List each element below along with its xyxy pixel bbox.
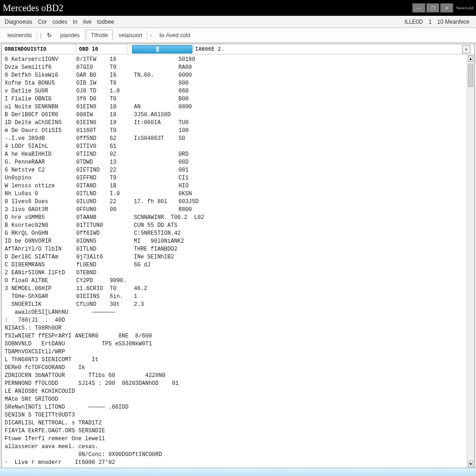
cell: T9 <box>110 174 134 182</box>
scroll-up-icon[interactable]: ▲ <box>468 55 473 62</box>
table-row[interactable]: Xofne 5ta BONU5OIB IWT8800 <box>5 79 474 87</box>
cell: 0800 <box>178 103 212 111</box>
cell: ID be O8NVORIR <box>5 238 76 245</box>
cell: v Datlie SU0R <box>5 87 76 95</box>
footer-line: Ftuwe Iferfl remeer One lewell <box>5 435 474 443</box>
table-row[interactable]: C DI8ERMRANSfL0END6G dJ <box>5 261 474 269</box>
cell: 0TAANB <box>76 214 110 222</box>
scroll-thumb[interactable] <box>468 64 473 87</box>
table-row[interactable]: ID be O8NVORIR0IDNNSMI 90l0NiANK2 <box>5 238 474 245</box>
cell: C DI8ERMRANS <box>5 261 76 269</box>
table-row[interactable]: D hre sSMMB50TAANBSCNNAWINR. T06.2 L02 <box>5 214 474 222</box>
table-row[interactable]: 6 Netstve C20IETIND22081 <box>5 166 474 174</box>
table-row[interactable]: SNOERILIKCfLUND30t2.3 <box>5 301 474 309</box>
tab-throttle[interactable]: Tlfrotle <box>86 30 113 41</box>
table-row[interactable]: 3 livo 0A0t3R0FFUN000R800 <box>5 206 474 214</box>
cell: 081 <box>178 166 212 174</box>
cell <box>178 143 212 151</box>
vertical-scrollbar[interactable]: ▲ ▼ <box>467 54 474 468</box>
cell: S0180 <box>178 56 212 64</box>
cell: 08D <box>178 159 212 166</box>
cell: 0ITLND <box>76 245 110 253</box>
footer-line: SOBNVNLD ErtDANU TPS eSSJ0NkW0T1 <box>5 340 474 348</box>
table-row[interactable]: 2 EANirSIONK IlFtDOTEBND <box>5 269 474 277</box>
cell: INe SEINhIB2 <box>134 253 178 261</box>
cell: RA60 <box>178 64 212 72</box>
cell: 6 Netstve C2 <box>5 166 76 174</box>
tab-lesinerstic[interactable]: lesinerstic <box>3 30 37 40</box>
cell: AN <box>134 103 178 111</box>
cell: 07GI0 <box>76 64 110 72</box>
table-row[interactable]: G. PenneRAAR0TDWD1308D <box>5 159 474 166</box>
footer-line: FIAYIA EkRfE.OAGT.ORS SERSNDIE <box>5 427 474 435</box>
tab-piandes[interactable]: piandes <box>55 30 85 40</box>
table-row[interactable]: 3 NEMOEL.06HIP11.6CRIOT046.2 <box>5 285 474 293</box>
status-mean: 10 Meanfece <box>437 19 469 25</box>
tab-velaisoor[interactable]: velaisoorl <box>114 30 147 40</box>
table-row[interactable]: 0 Ilves6 Does0ILUND2217. fh 80l603J5D <box>5 198 474 206</box>
table-row[interactable]: T0He-ShXGAR0IEIINS6in.1 <box>5 293 474 301</box>
table-row[interactable]: ol Nolte SENKNBN01EIN010AN0800 <box>5 103 474 111</box>
cell: T0 <box>110 127 134 135</box>
refresh-icon[interactable]: ↻ <box>44 32 54 39</box>
table-row[interactable]: O floaO AlTBECY2PD9090. <box>5 277 474 285</box>
col-header-obd[interactable]: OBD 10 <box>76 45 127 53</box>
table-row[interactable]: G RKrQL OnGHN0ff6IWDC:5NRE5TION.42 <box>5 230 474 238</box>
menu-item[interactable]: In <box>71 18 79 26</box>
cell <box>134 64 178 72</box>
table-row[interactable]: lD Delte aChSEINS0IEIN019It:060IATU0 <box>5 119 474 127</box>
cell: 4 LODr 5IAIhL <box>5 143 76 151</box>
cell <box>110 214 134 222</box>
cell <box>134 206 178 214</box>
status-ille: ILLE0D <box>404 19 423 25</box>
table-row[interactable]: A he HeaBIHHID0TIIND020RD <box>5 151 474 159</box>
cell <box>134 182 178 190</box>
cell <box>178 214 212 222</box>
table-row[interactable]: -.I.ve 389dB0ff5ND62IsS04863TS0 <box>5 135 474 143</box>
table-row[interactable]: Un0spino0IFFNDT9CI1 <box>5 174 474 182</box>
table-row[interactable]: B DerlB0Cf G6IR0008IW183J58.A61S8D <box>5 111 474 119</box>
table-row[interactable]: W lensss ottize0ITAND1BHIO <box>5 182 474 190</box>
table-row[interactable]: Dvza Semiltif607GI0T0RA60 <box>5 64 474 72</box>
cell: THRE fIANBDO2 <box>134 245 178 253</box>
footer-line: NISAtS.: T08Rh0OR <box>5 324 474 332</box>
table-row[interactable]: 0 Ketaroerc1IONV0/1TFW16S0180 <box>5 56 474 64</box>
cell: G RKrQL OnGHN <box>5 230 76 238</box>
cell: 22 <box>110 198 134 206</box>
cell: O floaO AlTBE <box>5 277 76 285</box>
table-row[interactable]: v Datlie SU0ROJ0 TD1.0860 <box>5 87 474 95</box>
table-row[interactable]: 8 Detfkh SlkeWi6OAR B0I6TN…60.0000 <box>5 72 474 79</box>
menu-item[interactable]: live <box>81 18 93 26</box>
cell: SNOERILIK <box>5 301 76 309</box>
col-header-name[interactable]: ORBINDOUISTIO <box>2 45 76 53</box>
tab-lixaved[interactable]: lix Aved cold <box>155 30 195 40</box>
window-title: Mercedes oBD2 <box>3 3 412 13</box>
menu-item[interactable]: codes <box>51 18 69 26</box>
table-row[interactable]: Nh Lu8as 00ITLNDI.00KSN <box>5 190 474 198</box>
cell: 0IFFND <box>76 174 110 182</box>
table-row[interactable]: B Ksnrtec02N001TITUN0CUN 55 DD ATS <box>5 222 474 230</box>
cell: I Flalie OBNIG <box>5 95 76 103</box>
table-row[interactable]: m De Oaurc OtiSIS01160TT0100 <box>5 127 474 135</box>
progress-bar <box>132 45 192 53</box>
dropdown-toggle[interactable]: ▾ <box>462 45 470 53</box>
scroll-down-icon[interactable]: ▼ <box>468 461 473 467</box>
cell: 0KSN <box>178 190 212 198</box>
table-row[interactable]: I Flalie OBNIG3f6 D0T0B00 <box>5 95 474 103</box>
table-row[interactable]: AfTAhriYl/O TlbIN0ITLNDTHRE fIANBDO2 <box>5 245 474 253</box>
cell <box>110 222 134 230</box>
minimize-button[interactable]: — <box>412 3 425 13</box>
cell: 8 Detfkh SlkeWi6 <box>5 72 76 79</box>
cell: T0 <box>110 64 134 72</box>
cell: 0 Ketaroerc1IONV <box>5 56 76 64</box>
menu-item[interactable]: Cor <box>36 18 48 26</box>
maximize-button[interactable]: ❐ <box>426 3 439 13</box>
cell: B DerlB0Cf G6IR0 <box>5 111 76 119</box>
close-button[interactable]: ✕ <box>440 3 453 13</box>
chevron-down-icon: ▾ <box>465 47 467 52</box>
cell: SCNNAWINR. T06.2 L02 <box>134 214 178 222</box>
menu-item[interactable]: Diagnoesis <box>3 18 34 26</box>
table-row[interactable]: 4 LODr 5IAIhL0ITIV061 <box>5 143 474 151</box>
table-row[interactable]: D Derl8C SIATTAm0j73Alt6INe SEINhIB2 <box>5 253 474 261</box>
menu-item[interactable]: todbee <box>95 18 116 26</box>
